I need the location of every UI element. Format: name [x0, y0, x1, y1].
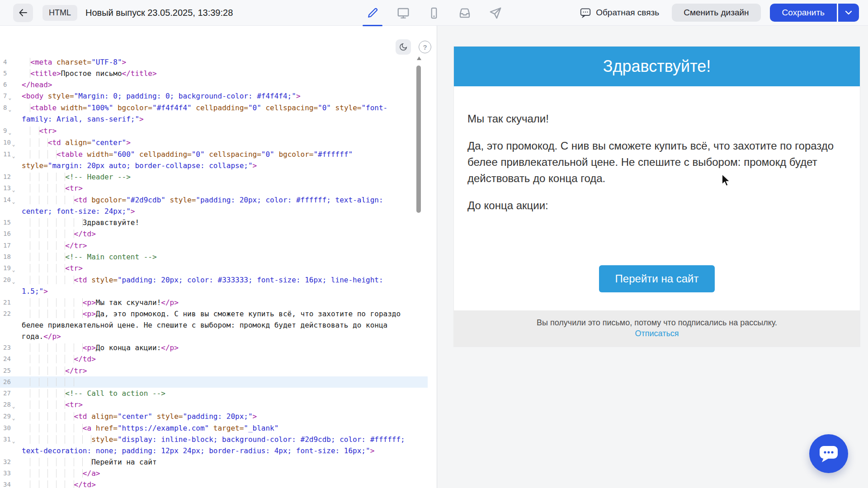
code-line[interactable]: 21 <p>Мы так скучали!</p> [0, 297, 428, 308]
fold-toggle-icon[interactable] [12, 184, 15, 196]
line-number[interactable]: 22 [0, 308, 19, 319]
code-line[interactable]: 19 <tr> [0, 263, 428, 274]
line-number[interactable]: 34 [0, 479, 19, 488]
save-button[interactable]: Сохранить [770, 4, 837, 22]
code-line-text[interactable]: <tr> [19, 125, 413, 136]
code-line[interactable]: 31 style="display: inline-block; backgro… [0, 434, 428, 456]
code-line[interactable]: 32 Перейти на сайт [0, 456, 428, 468]
save-options-button[interactable] [838, 4, 859, 22]
code-line-text[interactable]: </td> [19, 353, 413, 365]
code-line-text[interactable]: <td bgcolor="#2d9cdb" style="padding: 20… [19, 194, 413, 217]
line-number[interactable]: 7 [0, 90, 19, 102]
code-line-text[interactable]: <body style="Margin: 0; padding: 0; back… [19, 90, 413, 102]
code-line[interactable]: 33 </a> [0, 468, 428, 479]
go-to-site-button[interactable]: Перейти на сайт [599, 265, 715, 292]
line-number[interactable]: 32 [0, 456, 19, 468]
code-line[interactable]: 11 <table width="600" cellpadding="0" ce… [0, 149, 428, 171]
code-line[interactable]: 18 <!-- Main content --> [0, 251, 428, 263]
line-number[interactable]: 10 [0, 137, 19, 149]
tab-edit-code[interactable] [365, 6, 380, 20]
code-line[interactable]: 12 <!-- Header --> [0, 171, 428, 183]
line-number[interactable]: 33 [0, 468, 19, 479]
fold-toggle-icon[interactable] [8, 92, 11, 103]
line-number[interactable]: 9 [0, 125, 19, 137]
code-line-text[interactable]: <!-- Call to action --> [19, 388, 413, 399]
code-line-text[interactable]: <a href="https://example.com" target="_b… [19, 422, 413, 434]
code-line[interactable]: 14 <td bgcolor="#2d9cdb" style="padding:… [0, 194, 428, 217]
code-line[interactable]: 27 <!-- Call to action --> [0, 388, 428, 399]
help-button[interactable] [419, 41, 431, 53]
code-line[interactable]: 30 <a href="https://example.com" target=… [0, 422, 428, 434]
code-line-text[interactable]: </a> [19, 468, 413, 479]
line-number[interactable]: 14 [0, 194, 19, 206]
code-line[interactable]: 24 </td> [0, 353, 428, 365]
fold-toggle-icon[interactable] [8, 127, 11, 138]
code-line-text[interactable]: <tr> [19, 183, 413, 194]
code-line[interactable]: 8 <table width="100%" bgcolor="#f4f4f4" … [0, 102, 428, 125]
code-line-text[interactable]: <table width="100%" bgcolor="#f4f4f4" ce… [19, 102, 413, 125]
line-number[interactable]: 21 [0, 297, 19, 308]
code-line-text[interactable]: <tr> [19, 263, 413, 274]
change-design-button[interactable]: Сменить дизайн [672, 4, 760, 22]
fold-toggle-icon[interactable] [12, 413, 15, 424]
code-line-text[interactable]: <td align="center"> [19, 137, 413, 148]
code-line[interactable]: 7<body style="Margin: 0; padding: 0; bac… [0, 90, 428, 102]
code-line-text[interactable]: <!-- Main content --> [19, 251, 413, 263]
code-line-text[interactable]: <p>Да, это промокод. С нив вы сможете ку… [19, 308, 413, 342]
code-line[interactable]: 20 <td style="padding: 20px; color: #333… [0, 274, 428, 297]
code-line[interactable]: 29 <td align="center" style="padding: 20… [0, 411, 428, 422]
code-line-text[interactable]: <p>До конца акции:</p> [19, 342, 413, 353]
code-line-text[interactable]: Перейти на сайт [19, 456, 413, 468]
line-number[interactable]: 15 [0, 217, 19, 228]
line-number[interactable]: 8 [0, 102, 19, 114]
tab-desktop-preview[interactable] [396, 6, 410, 20]
line-number[interactable]: 26 [0, 376, 19, 388]
code-line[interactable]: 13 <tr> [0, 183, 428, 194]
fold-toggle-icon[interactable] [12, 276, 15, 287]
code-line[interactable]: 23 <p>До конца акции:</p> [0, 342, 428, 353]
fold-toggle-icon[interactable] [12, 264, 15, 276]
code-line-text[interactable]: <td style="padding: 20px; color: #333333… [19, 274, 413, 297]
line-number[interactable]: 25 [0, 365, 19, 376]
line-number[interactable]: 19 [0, 263, 19, 274]
code-line[interactable]: 5 <title>Простое письмо</title> [0, 68, 428, 79]
code-line[interactable]: 25 </tr> [0, 365, 428, 376]
line-number[interactable]: 16 [0, 228, 19, 239]
code-line-text[interactable]: </td> [19, 228, 413, 239]
code-line[interactable]: 28 <tr> [0, 399, 428, 411]
line-number[interactable]: 4 [0, 56, 19, 68]
editor-scrollbar[interactable] [416, 26, 421, 488]
line-number[interactable]: 13 [0, 183, 19, 194]
line-number[interactable]: 27 [0, 388, 19, 399]
dark-mode-toggle[interactable] [396, 39, 411, 55]
line-number[interactable]: 30 [0, 422, 19, 434]
fold-toggle-icon[interactable] [12, 401, 15, 412]
code-line[interactable]: 22 <p>Да, это промокод. С нив вы сможете… [0, 308, 428, 342]
line-number[interactable]: 18 [0, 251, 19, 263]
feedback-link[interactable]: Обратная связь [580, 7, 659, 18]
scrollbar-thumb[interactable] [416, 66, 421, 213]
code-line-text[interactable]: </td> [19, 479, 413, 488]
code-line-text[interactable] [19, 376, 413, 388]
line-number[interactable]: 20 [0, 274, 19, 286]
line-number[interactable]: 24 [0, 353, 19, 365]
tab-inbox-test[interactable] [458, 6, 472, 20]
fold-toggle-icon[interactable] [12, 436, 15, 447]
code-line-text[interactable]: <title>Простое письмо</title> [19, 68, 413, 79]
code-line[interactable]: 6</head> [0, 79, 428, 90]
back-button[interactable] [13, 4, 33, 22]
code-line[interactable]: 17 </tr> [0, 240, 428, 251]
code-line[interactable]: 26 [0, 376, 428, 388]
line-number[interactable]: 31 [0, 434, 19, 446]
fold-toggle-icon[interactable] [12, 196, 15, 207]
line-number[interactable]: 17 [0, 240, 19, 251]
scrollbar-up-arrow-icon[interactable] [417, 56, 421, 60]
code-line-text[interactable]: <td align="center" style="padding: 20px;… [19, 411, 413, 422]
line-number[interactable]: 11 [0, 149, 19, 160]
line-number[interactable]: 5 [0, 68, 19, 79]
code-line[interactable]: 4 <meta charset="UTF-8"> [0, 56, 428, 68]
line-number[interactable]: 6 [0, 79, 19, 90]
code-line[interactable]: 34 </td> [0, 479, 428, 488]
code-line[interactable]: 15 Здравствуйте! [0, 217, 428, 228]
line-number[interactable]: 12 [0, 171, 19, 183]
